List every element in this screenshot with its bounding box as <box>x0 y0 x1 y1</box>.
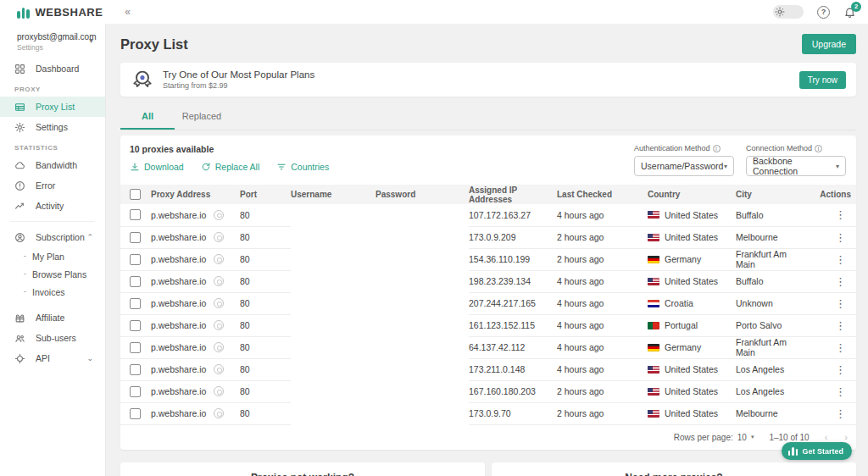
copy-icon[interactable] <box>214 364 224 374</box>
country-cell: United States <box>648 364 736 374</box>
sun-icon <box>775 7 785 17</box>
row-actions-button[interactable]: ⋮ <box>807 270 856 292</box>
country-flag-icon <box>648 256 659 263</box>
refresh-icon <box>201 162 211 172</box>
copy-icon[interactable] <box>214 232 224 242</box>
row-actions-button[interactable]: ⋮ <box>807 226 856 248</box>
select-all-checkbox[interactable] <box>130 189 141 200</box>
webshare-logo-icon <box>17 6 30 19</box>
sidebar-collapse-icon[interactable]: « <box>125 6 131 18</box>
assigned-ip-cell: 107.172.163.27 <box>469 204 557 226</box>
table-row: p.webshare.io80107.172.163.274 hours ago… <box>120 204 856 226</box>
sidebar-item-activity[interactable]: Activity <box>0 196 105 216</box>
sidebar-item-subscription[interactable]: Subscription⌃ <box>0 227 105 247</box>
row-actions-button[interactable]: ⋮ <box>807 248 856 270</box>
column-header-country: Country <box>648 185 736 204</box>
row-checkbox[interactable] <box>130 408 141 419</box>
copy-icon[interactable] <box>214 320 224 330</box>
chevron-down-icon: ▾ <box>724 163 727 170</box>
last-checked-cell: 4 hours ago <box>557 292 648 314</box>
proxy-address: p.webshare.io <box>151 298 206 308</box>
proxy-address-cell: p.webshare.io <box>151 320 240 330</box>
proxy-address: p.webshare.io <box>151 408 206 418</box>
notifications-button[interactable]: 2 <box>843 6 856 19</box>
dashboard-icon <box>14 64 25 75</box>
row-checkbox[interactable] <box>130 364 141 375</box>
row-actions-button[interactable]: ⋮ <box>807 292 856 314</box>
port-cell: 80 <box>240 380 291 402</box>
row-actions-button[interactable]: ⋮ <box>807 336 856 358</box>
sidebar-item-label: Affiliate <box>36 313 64 323</box>
city-cell: Los Angeles <box>736 358 807 380</box>
row-checkbox[interactable] <box>130 386 141 397</box>
rows-per-page-select[interactable]: Rows per page: 10 ▾ <box>674 433 754 442</box>
country-flag-icon <box>648 366 659 374</box>
copy-icon[interactable] <box>214 254 224 264</box>
country-name: United States <box>665 364 718 374</box>
port-cell: 80 <box>240 292 291 314</box>
upgrade-button[interactable]: Upgrade <box>802 34 856 54</box>
copy-icon[interactable] <box>214 298 224 308</box>
info-icon[interactable]: i <box>713 145 721 152</box>
country-flag-icon <box>648 388 659 396</box>
download-button[interactable]: Download <box>130 162 184 172</box>
row-checkbox[interactable] <box>130 298 141 309</box>
sidebar-item-sub-users[interactable]: Sub-users <box>0 328 105 348</box>
copy-icon[interactable] <box>214 386 224 396</box>
sidebar-item-affiliate[interactable]: Affiliate <box>0 307 105 328</box>
row-checkbox[interactable] <box>130 232 141 243</box>
country-name: United States <box>665 210 718 220</box>
row-checkbox[interactable] <box>130 320 141 331</box>
connection-method-select[interactable]: Backbone Connection▾ <box>746 156 846 176</box>
next-page-button[interactable]: › <box>844 432 848 442</box>
tab-all[interactable]: All <box>120 103 175 130</box>
table-row: p.webshare.io80154.36.110.1992 hours ago… <box>120 248 856 270</box>
try-now-button[interactable]: Try now <box>799 71 846 89</box>
prev-page-button[interactable]: ‹ <box>825 432 828 442</box>
sidebar-item-dashboard[interactable]: Dashboard <box>0 58 105 79</box>
proxies-available-count: 10 proxies available <box>130 144 329 154</box>
sidebar-subitem-label: My Plan <box>32 252 64 262</box>
row-checkbox[interactable] <box>130 342 141 353</box>
sidebar-item-settings[interactable]: Settings <box>0 117 105 137</box>
row-checkbox[interactable] <box>130 209 141 220</box>
copy-icon[interactable] <box>214 276 224 286</box>
account-menu[interactable]: proxybst@gmail.com Settings ▾ <box>0 30 105 58</box>
account-settings-label: Settings <box>17 43 97 52</box>
sidebar-subitem-invoices[interactable]: Invoices <box>0 283 105 301</box>
row-checkbox[interactable] <box>130 254 141 265</box>
replace-all-label: Replace All <box>215 162 260 172</box>
auth-method-select[interactable]: Username/Password▾ <box>634 156 734 176</box>
password-cell <box>376 292 469 314</box>
sidebar-item-api[interactable]: API⌄ <box>0 348 105 368</box>
copy-icon[interactable] <box>214 210 224 220</box>
row-actions-button[interactable]: ⋮ <box>807 380 856 402</box>
bullet <box>24 256 26 257</box>
chevron-up-icon: ⌃ <box>86 233 93 241</box>
copy-icon[interactable] <box>214 342 224 352</box>
get-started-button[interactable]: Get Started <box>782 442 852 460</box>
row-actions-button[interactable]: ⋮ <box>807 358 856 380</box>
tab-replaced[interactable]: Replaced <box>175 103 229 130</box>
row-checkbox[interactable] <box>130 276 141 287</box>
sidebar-item-proxy-list[interactable]: Proxy List <box>0 97 105 117</box>
countries-button[interactable]: Countries <box>276 162 329 172</box>
filters: Authentication MethodiUsername/Password▾… <box>634 144 846 176</box>
help-button[interactable]: ? <box>817 6 830 19</box>
info-icon[interactable]: i <box>815 145 822 152</box>
row-actions-button[interactable]: ⋮ <box>807 314 856 336</box>
sidebar-item-bandwidth[interactable]: Bandwidth <box>0 155 105 175</box>
sidebar-subitem-browse-plans[interactable]: Browse Plans <box>0 265 105 283</box>
rows-per-page-label: Rows per page: <box>674 433 733 442</box>
sidebar-subitem-my-plan[interactable]: My Plan <box>0 247 105 265</box>
port-cell: 80 <box>240 204 291 226</box>
copy-icon[interactable] <box>214 408 224 418</box>
proxy-list-icon <box>14 102 25 113</box>
theme-toggle[interactable] <box>773 5 804 19</box>
sidebar-item-error[interactable]: Error <box>0 175 105 196</box>
row-actions-button[interactable]: ⋮ <box>807 402 856 424</box>
account-email: proxybst@gmail.com <box>17 32 97 42</box>
replace-all-button[interactable]: Replace All <box>201 162 260 172</box>
last-checked-cell: 4 hours ago <box>557 314 648 336</box>
row-actions-button[interactable]: ⋮ <box>807 204 856 226</box>
